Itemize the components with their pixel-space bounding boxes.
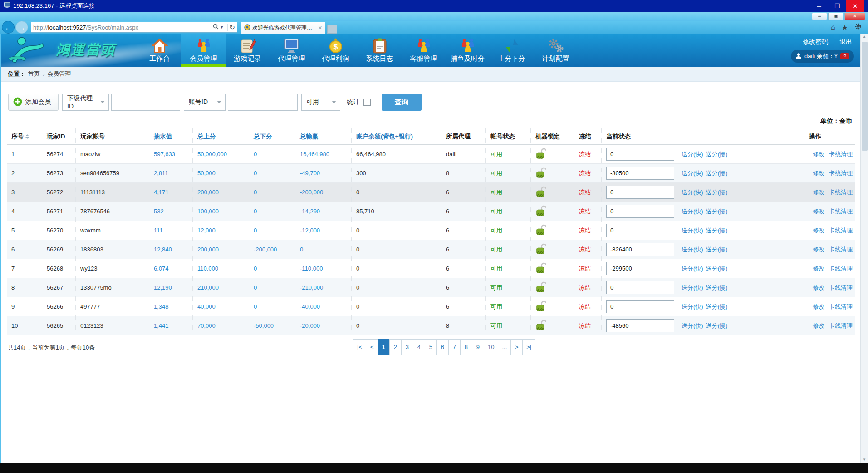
logout-link[interactable]: 退出 xyxy=(839,38,852,46)
send-slow-link[interactable]: 送分(慢) xyxy=(706,151,728,158)
page-button[interactable]: 5 xyxy=(425,339,437,355)
pump-value-link[interactable]: 1,348 xyxy=(154,303,169,310)
clear-line-link[interactable]: 卡线清理 xyxy=(829,265,853,273)
send-slow-link[interactable]: 送分(慢) xyxy=(706,189,728,196)
lock-open-icon[interactable] xyxy=(535,262,546,276)
total-up-link[interactable]: 210,000 xyxy=(197,284,219,291)
nav-item-service[interactable]: 客服管理 xyxy=(402,34,446,67)
page-button[interactable]: 2 xyxy=(389,339,402,355)
total-down-link[interactable]: -200,000 xyxy=(254,246,277,253)
clear-line-link[interactable]: 卡线清理 xyxy=(829,246,853,254)
edit-link[interactable]: 修改 xyxy=(813,207,824,216)
total-up-link[interactable]: 100,000 xyxy=(197,208,219,215)
nav-item-updown[interactable]: 上分下分 xyxy=(490,34,534,67)
edit-link[interactable]: 修改 xyxy=(813,303,824,311)
rdp-close-button[interactable]: ✕ xyxy=(846,0,864,12)
send-slow-link[interactable]: 送分(慢) xyxy=(706,208,728,215)
send-slow-link[interactable]: 送分(慢) xyxy=(706,322,728,329)
total-down-link[interactable]: -50,000 xyxy=(254,322,274,329)
clear-line-link[interactable]: 卡线清理 xyxy=(829,207,853,216)
sort-icon[interactable] xyxy=(25,134,29,139)
pump-value-link[interactable]: 6,074 xyxy=(154,265,169,272)
lock-open-icon[interactable] xyxy=(535,300,546,314)
browser-tab[interactable]: 欢迎光临游戏代理管理系统 ✕ xyxy=(241,22,325,34)
freeze-link[interactable]: 冻结 xyxy=(579,265,591,273)
current-status-input[interactable] xyxy=(606,167,674,180)
current-status-input[interactable] xyxy=(606,300,674,313)
send-slow-link[interactable]: 送分(慢) xyxy=(706,246,728,253)
total-down-link[interactable]: 0 xyxy=(254,284,257,291)
page-button[interactable]: 9 xyxy=(472,339,484,355)
nav-item-agents[interactable]: 代理管理 xyxy=(270,34,314,67)
send-slow-link[interactable]: 送分(慢) xyxy=(706,303,728,310)
change-password-link[interactable]: 修改密码 xyxy=(803,38,828,46)
edit-link[interactable]: 修改 xyxy=(813,246,824,254)
scrollbar-thumb[interactable] xyxy=(862,42,868,151)
scroll-up-icon[interactable]: ▲ xyxy=(863,34,866,40)
send-slow-link[interactable]: 送分(慢) xyxy=(706,265,728,272)
column-header[interactable]: 总下分 xyxy=(249,128,295,144)
pump-value-link[interactable]: 111 xyxy=(154,227,163,234)
page-button[interactable]: 4 xyxy=(413,339,425,355)
favorites-star-icon[interactable]: ★ xyxy=(842,23,848,32)
pump-value-link[interactable]: 532 xyxy=(154,208,164,215)
rdp-minimize-button[interactable]: ─ xyxy=(810,0,828,12)
edit-link[interactable]: 修改 xyxy=(813,227,824,235)
total-down-link[interactable]: 0 xyxy=(254,265,257,272)
send-fast-link[interactable]: 送分(快) xyxy=(682,189,703,196)
total-winloss-link[interactable]: 16,464,980 xyxy=(300,151,329,158)
edit-link[interactable]: 修改 xyxy=(813,150,824,158)
current-status-input[interactable] xyxy=(606,281,674,294)
current-status-input[interactable] xyxy=(606,243,674,256)
clear-line-link[interactable]: 卡线清理 xyxy=(829,227,853,235)
tab-close-icon[interactable]: ✕ xyxy=(318,25,322,31)
total-winloss-link[interactable]: -110,000 xyxy=(300,265,323,272)
clear-line-link[interactable]: 卡线清理 xyxy=(829,284,853,292)
freeze-link[interactable]: 冻结 xyxy=(579,303,591,311)
total-winloss-link[interactable]: -40,000 xyxy=(300,303,320,310)
total-down-link[interactable]: 0 xyxy=(254,208,257,215)
total-up-link[interactable]: 200,000 xyxy=(197,189,219,196)
ie-maximize-button[interactable]: ▣ xyxy=(828,13,843,20)
pump-value-link[interactable]: 2,811 xyxy=(154,170,168,177)
page-button[interactable]: 8 xyxy=(460,339,472,355)
send-fast-link[interactable]: 送分(快) xyxy=(682,284,703,291)
nav-item-records[interactable]: 游戏记录 xyxy=(226,34,270,67)
breadcrumb-home-link[interactable]: 首页 xyxy=(28,70,40,78)
clear-line-link[interactable]: 卡线清理 xyxy=(829,150,853,158)
ie-close-button[interactable]: ✕ xyxy=(844,13,865,20)
pump-value-link[interactable]: 4,171 xyxy=(154,189,169,196)
home-icon[interactable]: ⌂ xyxy=(831,23,835,31)
rdp-maximize-button[interactable]: ❐ xyxy=(828,0,846,12)
pump-value-link[interactable]: 12,840 xyxy=(154,246,172,253)
current-status-input[interactable] xyxy=(606,224,674,237)
send-fast-link[interactable]: 送分(快) xyxy=(682,227,703,234)
nav-item-home[interactable]: 工作台 xyxy=(137,34,181,67)
current-status-input[interactable] xyxy=(606,148,674,161)
send-fast-link[interactable]: 送分(快) xyxy=(682,265,703,272)
ie-minimize-button[interactable]: ━ xyxy=(812,13,827,20)
new-tab-button[interactable] xyxy=(327,25,337,34)
agent-id-select[interactable]: 下级代理ID xyxy=(62,94,109,111)
total-up-link[interactable]: 110,000 xyxy=(197,265,218,272)
current-status-input[interactable] xyxy=(606,186,674,199)
freeze-link[interactable]: 冻结 xyxy=(579,246,591,254)
clear-line-link[interactable]: 卡线清理 xyxy=(829,322,853,330)
page-button[interactable]: |< xyxy=(353,339,366,355)
total-winloss-link[interactable]: -20,000 xyxy=(300,322,320,329)
edit-link[interactable]: 修改 xyxy=(813,284,824,292)
nav-item-fishing[interactable]: 捕鱼及时分 xyxy=(446,34,490,67)
edit-link[interactable]: 修改 xyxy=(813,265,824,273)
total-winloss-link[interactable]: 0 xyxy=(300,246,303,253)
send-fast-link[interactable]: 送分(快) xyxy=(682,170,703,177)
total-up-link[interactable]: 50,000 xyxy=(197,170,216,177)
page-button[interactable]: >| xyxy=(522,339,535,355)
column-header[interactable]: 总上分 xyxy=(193,128,249,144)
address-bar[interactable]: http://localhost:9527/SysRoot/main.aspx … xyxy=(31,22,237,33)
nav-item-logs[interactable]: 系统日志 xyxy=(358,34,402,67)
browser-forward-button[interactable]: → xyxy=(15,21,28,34)
total-down-link[interactable]: 0 xyxy=(254,227,257,234)
send-slow-link[interactable]: 送分(慢) xyxy=(706,284,728,291)
total-winloss-link[interactable]: -49,700 xyxy=(300,170,320,177)
settings-gear-icon[interactable] xyxy=(854,23,862,32)
